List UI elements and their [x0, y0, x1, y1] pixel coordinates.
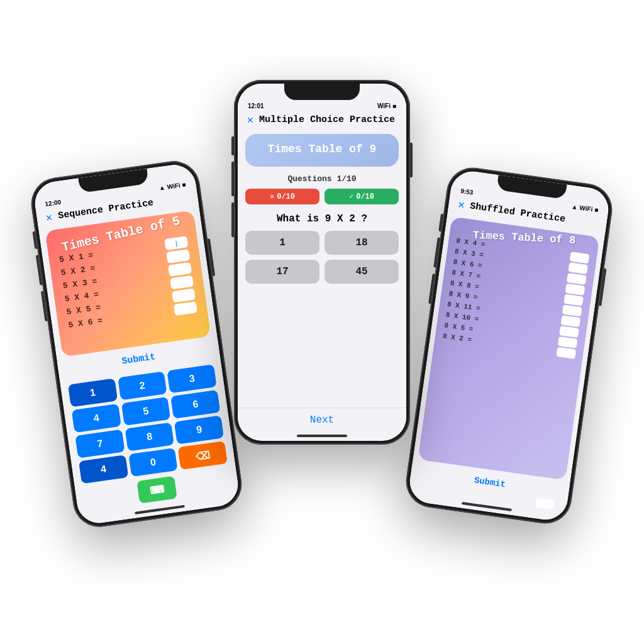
right-answer-2[interactable] [568, 262, 588, 274]
right-answer-1[interactable] [570, 252, 590, 264]
score-row: ✕ 0/10 ✓ 0/10 [245, 189, 399, 204]
right-times-table-card: Times Table of 8 8 X 4 = 8 X 3 = 8 X 6 = [418, 216, 599, 480]
center-status-time: 12:01 [248, 103, 264, 109]
center-card-title: Times Table of 9 [253, 143, 391, 155]
num-key-0[interactable]: 0 [128, 448, 178, 477]
phone-right-screen: 9:53 ▲ WiFi ■ ✕ Shuffled Practice Times … [407, 169, 611, 523]
num-key-7[interactable]: 7 [75, 430, 125, 458]
next-button[interactable]: Next [238, 408, 406, 432]
num-key-3[interactable]: 3 [167, 364, 217, 393]
wrong-icon: ✕ [270, 192, 274, 201]
correct-score-badge: ✓ 0/10 [325, 189, 399, 204]
right-answer-3[interactable] [567, 273, 587, 285]
right-table-rows: 8 X 4 = 8 X 3 = 8 X 6 = 8 X 7 = [440, 235, 592, 359]
num-key-keyboard[interactable]: ⌨ [136, 476, 177, 504]
right-answer-5[interactable] [564, 294, 584, 306]
right-answer-4[interactable] [565, 284, 586, 296]
center-status-icons: WiFi ■ [377, 103, 396, 109]
right-answer-9[interactable] [558, 336, 578, 348]
right-answer-7[interactable] [560, 315, 580, 327]
mc-option-4[interactable]: 45 [325, 260, 399, 284]
mc-option-2[interactable]: 18 [325, 231, 399, 255]
answer-input-5[interactable] [172, 288, 196, 303]
num-key-6[interactable]: 6 [170, 390, 220, 419]
mc-options-grid: 1 18 17 45 [245, 231, 399, 284]
num-key-1[interactable]: 1 [68, 378, 118, 407]
phone-left-screen: 12:00 ▲ WiFi ■ ✕ Sequence Practice Times… [32, 162, 241, 526]
wrong-score-value: 0/10 [277, 192, 295, 201]
left-times-table-card: Times Table of 5 5 X 1 = | 5 X 2 = 5 X 3… [45, 210, 211, 357]
num-key-backspace[interactable]: ⌫ [178, 441, 228, 470]
right-answer-8[interactable] [559, 326, 579, 338]
question-text: What is 9 X 2 ? [245, 213, 399, 225]
answer-input-6[interactable] [174, 301, 197, 316]
phone-left: 12:00 ▲ WiFi ■ ✕ Sequence Practice Times… [28, 158, 245, 530]
answer-input-2[interactable] [166, 249, 190, 264]
right-close-button[interactable]: ✕ [457, 199, 465, 211]
answer-input-4[interactable] [170, 275, 194, 290]
center-home-indicator [297, 435, 347, 437]
correct-score-value: 0/10 [356, 192, 374, 201]
num-key-5[interactable]: 5 [121, 397, 171, 426]
num-key-extra[interactable]: 4 [79, 455, 128, 484]
num-key-8[interactable]: 8 [125, 423, 174, 452]
phone-right: 9:53 ▲ WiFi ■ ✕ Shuffled Practice Times … [402, 164, 615, 527]
right-answer-6[interactable] [562, 304, 582, 316]
mc-option-3[interactable]: 17 [245, 260, 319, 284]
phone-center: 12:01 WiFi ■ ✕ Multiple Choice Practice … [234, 80, 410, 445]
num-key-9[interactable]: 9 [174, 415, 224, 444]
num-key-2[interactable]: 2 [118, 371, 167, 400]
left-numpad: 1 2 3 4 5 6 7 8 9 4 0 ⌫ ⌨ [60, 357, 240, 518]
app-scene: 12:00 ▲ WiFi ■ ✕ Sequence Practice Times… [39, 55, 605, 589]
correct-icon: ✓ [349, 192, 353, 201]
num-key-4[interactable]: 4 [72, 404, 121, 433]
right-answer-10[interactable] [556, 347, 576, 359]
center-app-header: ✕ Multiple Choice Practice [238, 109, 406, 129]
center-times-table-card: Times Table of 9 [245, 134, 399, 167]
center-header-title: Multiple Choice Practice [259, 114, 395, 125]
answer-input-3[interactable] [168, 262, 192, 277]
right-extra-input[interactable] [535, 497, 555, 509]
phone-center-screen: 12:01 WiFi ■ ✕ Multiple Choice Practice … [238, 84, 406, 441]
questions-progress: Questions 1/10 [238, 174, 406, 184]
center-close-button[interactable]: ✕ [247, 115, 254, 125]
answer-input-1[interactable]: | [164, 236, 188, 250]
wrong-score-badge: ✕ 0/10 [245, 189, 319, 204]
left-close-button[interactable]: ✕ [45, 212, 54, 223]
mc-option-1[interactable]: 1 [245, 231, 319, 255]
